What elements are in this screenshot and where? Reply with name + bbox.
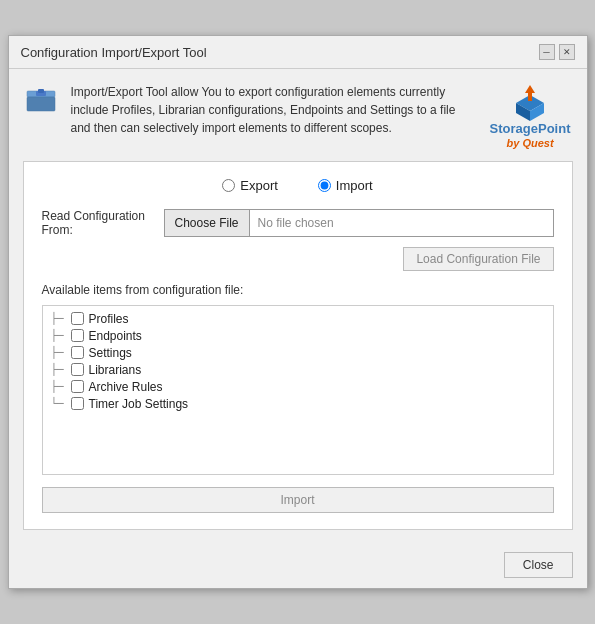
tree-connector-icon: ├─ [51,363,71,376]
tree-item-checkbox-timer-job-settings[interactable] [71,397,84,410]
tree-connector-icon: └─ [51,397,71,410]
title-bar-controls: ─ ✕ [539,44,575,60]
choose-file-button[interactable]: Choose File [165,210,250,236]
load-btn-row: Load Configuration File [42,247,554,271]
tree-item: ├─Profiles [51,312,545,326]
export-radio-label[interactable]: Export [222,178,278,193]
tree-item: ├─Archive Rules [51,380,545,394]
svg-rect-3 [38,89,44,93]
tree-area: ├─Profiles├─Endpoints├─Settings├─Librari… [42,305,554,475]
close-row: Close [9,544,587,588]
header-description: Import/Export Tool allow You to export c… [71,83,476,137]
tree-item-label-settings: Settings [89,346,132,360]
tree-item-checkbox-librarians[interactable] [71,363,84,376]
title-bar: Configuration Import/Export Tool ─ ✕ [9,36,587,69]
import-radio[interactable] [318,179,331,192]
main-content-panel: Export Import Read Configuration From: C… [23,161,573,530]
tree-item-label-archive-rules: Archive Rules [89,380,163,394]
import-label: Import [336,178,373,193]
tree-item-checkbox-endpoints[interactable] [71,329,84,342]
tree-item: ├─Settings [51,346,545,360]
export-radio[interactable] [222,179,235,192]
dialog-window: Configuration Import/Export Tool ─ ✕ Imp… [8,35,588,589]
minimize-button[interactable]: ─ [539,44,555,60]
svg-rect-1 [27,97,55,111]
tree-item-label-profiles: Profiles [89,312,129,326]
tree-connector-icon: ├─ [51,380,71,393]
file-input-area: Choose File No file chosen [164,209,554,237]
config-from-label: Read Configuration From: [42,209,152,237]
close-title-button[interactable]: ✕ [559,44,575,60]
tree-item-checkbox-settings[interactable] [71,346,84,359]
tree-item-checkbox-archive-rules[interactable] [71,380,84,393]
tree-item-checkbox-profiles[interactable] [71,312,84,325]
logo-by-quest: by Quest [507,137,554,149]
tree-item: ├─Librarians [51,363,545,377]
available-items-label: Available items from configuration file: [42,283,554,297]
header-area: Import/Export Tool allow You to export c… [9,69,587,161]
import-export-icon [25,83,57,115]
close-button[interactable]: Close [504,552,573,578]
tree-item-label-endpoints: Endpoints [89,329,142,343]
config-from-row: Read Configuration From: Choose File No … [42,209,554,237]
import-radio-label[interactable]: Import [318,178,373,193]
tree-item-label-timer-job-settings: Timer Job Settings [89,397,189,411]
file-name-display: No file chosen [250,216,553,230]
import-button[interactable]: Import [42,487,554,513]
tree-item: └─Timer Job Settings [51,397,545,411]
logo-storage-point: StoragePoint [490,121,571,137]
mode-selection-row: Export Import [42,178,554,193]
load-configuration-button[interactable]: Load Configuration File [403,247,553,271]
tree-connector-icon: ├─ [51,346,71,359]
tree-connector-icon: ├─ [51,329,71,342]
import-btn-row: Import [42,487,554,513]
tree-item: ├─Endpoints [51,329,545,343]
tree-connector-icon: ├─ [51,312,71,325]
tree-item-label-librarians: Librarians [89,363,142,377]
export-label: Export [240,178,278,193]
dialog-title: Configuration Import/Export Tool [21,45,207,60]
logo-area: StoragePoint by Quest [490,83,571,149]
